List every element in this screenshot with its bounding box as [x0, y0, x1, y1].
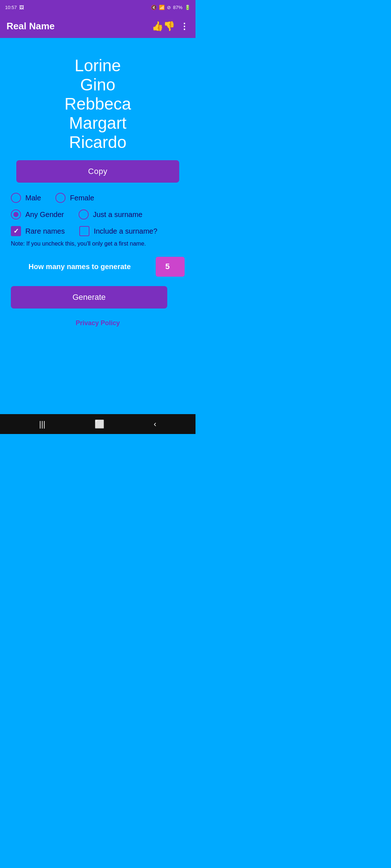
more-menu-icon[interactable]: ⋮ — [180, 21, 189, 31]
checkbox-include-surname-box — [79, 226, 89, 236]
radio-male[interactable]: Male — [11, 193, 41, 203]
battery-icon: 🔋 — [185, 5, 190, 10]
count-row: How many names to generate — [11, 257, 185, 277]
radio-male-circle — [11, 193, 21, 203]
nav-back-icon[interactable]: ‹ — [154, 420, 156, 429]
nav-home-icon[interactable]: ⬜ — [94, 420, 104, 429]
radio-just-surname[interactable]: Just a surname — [79, 209, 143, 220]
nav-bar: ||| ⬜ ‹ — [0, 414, 196, 434]
count-label: How many names to generate — [11, 263, 148, 271]
checkbox-rare-names-label: Rare names — [25, 227, 65, 235]
checkbox-rare-names-box — [11, 226, 21, 236]
mute-icon: 🔇 — [151, 5, 157, 10]
main-content: Lorine Gino Rebbeca Margart Ricardo Copy… — [0, 38, 196, 338]
status-bar: 10:57 🖼 🔇 📶 ⊘ 87% 🔋 — [0, 0, 196, 14]
status-left: 10:57 🖼 — [5, 5, 24, 10]
radio-female-label: Female — [70, 194, 94, 202]
name-1: Lorine — [64, 56, 131, 75]
radio-any-gender-circle — [11, 209, 21, 220]
radio-any-gender[interactable]: Any Gender — [11, 209, 64, 220]
radio-any-gender-label: Any Gender — [25, 210, 64, 219]
time-display: 10:57 — [5, 5, 17, 10]
name-5: Ricardo — [64, 133, 131, 152]
name-3: Rebbeca — [64, 94, 131, 114]
gender-row-1: Male Female — [11, 193, 185, 203]
gender-row-2: Any Gender Just a surname — [11, 209, 185, 220]
radio-just-surname-circle — [79, 209, 89, 220]
name-4: Margart — [64, 114, 131, 133]
gallery-icon: 🖼 — [19, 5, 24, 10]
app-bar-actions: 👍👎 ⋮ — [152, 21, 189, 32]
names-display: Lorine Gino Rebbeca Margart Ricardo — [64, 56, 131, 152]
privacy-policy-link[interactable]: Privacy Policy — [11, 319, 185, 327]
generate-button[interactable]: Generate — [11, 286, 167, 309]
nav-recent-apps-icon[interactable]: ||| — [39, 420, 45, 429]
checkbox-row: Rare names Include a surname? — [11, 226, 185, 236]
options-section: Male Female Any Gender Just a surname Ra… — [7, 193, 188, 334]
status-right: 🔇 📶 ⊘ 87% 🔋 — [151, 5, 190, 10]
wifi-icon: 📶 — [159, 5, 165, 10]
app-bar: Real Name 👍👎 ⋮ — [0, 14, 196, 38]
name-2: Gino — [64, 75, 131, 94]
app-title: Real Name — [7, 21, 55, 32]
note-text: Note: If you uncheck this, you'll only g… — [11, 240, 185, 248]
radio-male-label: Male — [25, 194, 41, 202]
count-input[interactable] — [156, 257, 185, 277]
copy-button[interactable]: Copy — [16, 160, 179, 183]
battery-display: 87% — [173, 5, 182, 10]
radio-female-circle — [55, 193, 66, 203]
checkbox-rare-names[interactable]: Rare names — [11, 226, 65, 236]
radio-just-surname-label: Just a surname — [93, 210, 143, 219]
radio-female[interactable]: Female — [55, 193, 94, 203]
checkbox-include-surname-label: Include a surname? — [94, 227, 157, 235]
thumbs-icon[interactable]: 👍👎 — [152, 21, 175, 32]
checkbox-include-surname[interactable]: Include a surname? — [79, 226, 157, 236]
dnd-icon: ⊘ — [167, 5, 171, 10]
